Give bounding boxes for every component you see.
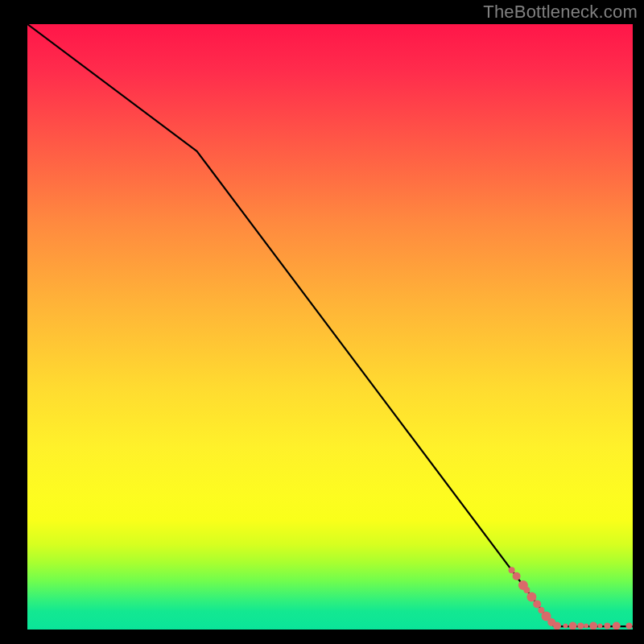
scatter-point — [584, 624, 588, 629]
scatter-point — [626, 623, 633, 630]
watermark-text: TheBottleneck.com — [483, 2, 638, 23]
chart-overlay — [27, 24, 633, 630]
scatter-point — [613, 622, 621, 630]
scatter-point — [523, 587, 530, 593]
scatter-markers — [509, 567, 633, 630]
scatter-point — [597, 624, 602, 629]
scatter-point — [577, 623, 584, 630]
scatter-point — [604, 623, 610, 630]
chart-frame: TheBottleneck.com — [0, 0, 644, 644]
curve-line — [27, 24, 633, 626]
plot-area — [27, 24, 633, 630]
scatter-point — [569, 622, 577, 630]
scatter-point — [526, 592, 536, 601]
scatter-point — [589, 622, 597, 630]
scatter-point — [564, 624, 568, 629]
scatter-point — [513, 572, 521, 580]
scatter-point — [533, 600, 541, 608]
scatter-point — [509, 567, 515, 573]
